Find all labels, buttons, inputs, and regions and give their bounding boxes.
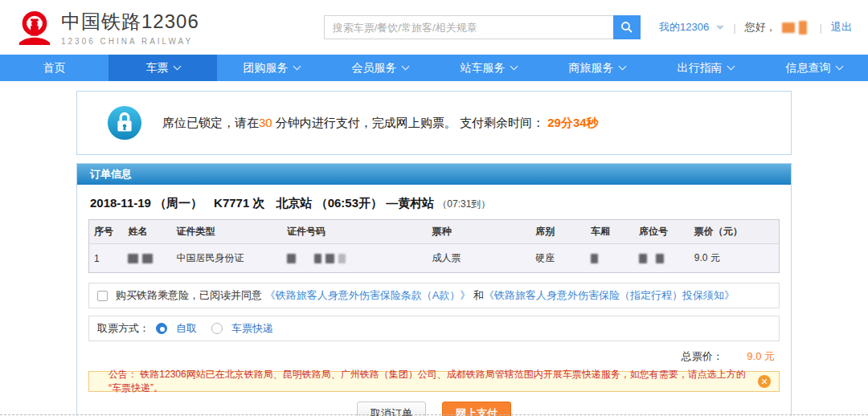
- train-number: K7771: [214, 196, 249, 210]
- search-button[interactable]: [613, 15, 641, 39]
- train-info-line: 2018-11-19 （周一）K7771 次北京站 （06:53开） —黄村站 …: [88, 193, 780, 219]
- order-section-title: 订单信息: [77, 164, 791, 185]
- order-body: 2018-11-19 （周一）K7771 次北京站 （06:53开） —黄村站 …: [77, 185, 791, 416]
- pickup-option-self[interactable]: 自取: [176, 321, 197, 336]
- divider: |: [820, 22, 822, 34]
- insurance-agreement-box: 购买铁路乘意险，已阅读并同意 《铁路旅客人身意外伤害保险条款（A款）》 和《铁路…: [88, 283, 780, 308]
- cell-seat-class: 硬座: [530, 244, 586, 273]
- bottom-dashed-divider: [0, 414, 868, 415]
- train-weekday: （周一）: [154, 196, 203, 210]
- passenger-table: 序号 姓名 证件类型 证件号码 票种 席别 车厢 席位号 票价（元） 1: [88, 219, 780, 273]
- col-seat-class: 席别: [530, 220, 586, 244]
- to-station: 黄村站: [398, 196, 434, 210]
- chevron-down-icon: [401, 63, 409, 71]
- insurance-text-before: 购买铁路乘意险，已阅读并同意: [116, 289, 265, 301]
- nav-item-member-services[interactable]: 会员服务: [326, 55, 434, 81]
- header-search: [324, 15, 641, 39]
- order-info-section: 订单信息 2018-11-19 （周一）K7771 次北京站 （06:53开） …: [76, 163, 792, 416]
- redacted-username: [782, 20, 811, 34]
- site-logo[interactable]: 中国铁路12306 12306 CHINA RAILWAY: [16, 9, 199, 46]
- china-railway-emblem-icon: [16, 9, 53, 46]
- pickup-radio-self[interactable]: [156, 323, 167, 334]
- lock-minutes: 30: [259, 116, 272, 129]
- close-icon[interactable]: ✕: [758, 375, 771, 388]
- arrive-time: （07:31到）: [437, 198, 490, 210]
- user-area: 我的12306 | 您好， | 退出: [659, 20, 852, 35]
- nav-item-business-travel[interactable]: 商旅服务: [542, 55, 651, 81]
- nav-label: 信息查询: [786, 61, 831, 75]
- chevron-down-icon: [727, 63, 735, 71]
- insurance-terms-link[interactable]: 《铁路旅客人身意外伤害保险条款（A款）》: [265, 289, 471, 301]
- col-carriage: 车厢: [586, 220, 634, 244]
- train-date: 2018-11-19: [90, 196, 151, 210]
- total-price-value: 9.0 元: [747, 350, 775, 362]
- nav-label: 首页: [43, 61, 66, 75]
- col-ticket-type: 票种: [427, 220, 530, 244]
- nav-item-group-services[interactable]: 团购服务: [217, 55, 326, 81]
- chevron-down-icon: [293, 63, 301, 71]
- nav-label: 出行指南: [678, 61, 723, 75]
- cell-seq: 1: [89, 244, 124, 273]
- announcement-banner: 公告： 铁路12306网站已在北京铁路局、昆明铁路局、广州铁路（集团）公司、成都…: [88, 371, 780, 392]
- nav-label: 站车服务: [461, 61, 506, 75]
- insurance-checkbox[interactable]: [97, 291, 108, 301]
- logout-link[interactable]: 退出: [831, 20, 852, 35]
- col-price: 票价（元）: [690, 220, 780, 244]
- top-header: 中国铁路12306 12306 CHINA RAILWAY 我的12306 | …: [0, 0, 868, 55]
- route-dash: —: [386, 196, 398, 210]
- nav-item-home[interactable]: 首页: [0, 55, 108, 81]
- announcement-prefix: 公告：: [108, 369, 137, 380]
- pickup-label: 取票方式：: [97, 321, 149, 336]
- cell-price: 9.0 元: [690, 244, 780, 273]
- page-content: 席位已锁定，请在30 分钟内进行支付，完成网上购票。 支付剩余时间： 29分34…: [76, 91, 792, 416]
- pickup-radio-express[interactable]: [211, 323, 223, 334]
- lock-icon: [106, 104, 143, 141]
- logo-subtitle: 12306 CHINA RAILWAY: [61, 37, 199, 46]
- lock-notice-text: 席位已锁定，请在30 分钟内进行支付，完成网上购票。 支付剩余时间： 29分34…: [162, 116, 599, 131]
- cell-carriage-redacted: [586, 244, 634, 273]
- my-12306-link[interactable]: 我的12306: [659, 20, 709, 35]
- table-header-row: 序号 姓名 证件类型 证件号码 票种 席别 车厢 席位号 票价（元）: [89, 220, 780, 244]
- seat-locked-notice: 席位已锁定，请在30 分钟内进行支付，完成网上购票。 支付剩余时间： 29分34…: [76, 91, 792, 155]
- nav-label: 团购服务: [244, 61, 289, 75]
- pickup-method-box: 取票方式： 自取 车票快递: [88, 316, 780, 341]
- search-input[interactable]: [324, 15, 613, 39]
- divider: |: [733, 22, 735, 34]
- insurance-text: 购买铁路乘意险，已阅读并同意 《铁路旅客人身意外伤害保险条款（A款）》 和《铁路…: [116, 288, 735, 303]
- lock-text-before: 席位已锁定，请在: [162, 116, 259, 129]
- from-station: 北京站: [276, 196, 312, 210]
- announcement-body: 铁路12306网站已在北京铁路局、昆明铁路局、广州铁路（集团）公司、成都铁路局管…: [108, 369, 746, 394]
- logo-text: 中国铁路12306 12306 CHINA RAILWAY: [61, 9, 199, 46]
- nav-label: 商旅服务: [569, 61, 614, 75]
- cell-id-number-redacted: [282, 244, 427, 273]
- logo-title: 中国铁路12306: [61, 9, 199, 35]
- table-row: 1 中国居民身份证 成人票 硬座 9.0 元: [89, 244, 780, 273]
- nav-item-tickets[interactable]: 车票: [108, 55, 217, 81]
- cell-seat-no-redacted: [634, 244, 690, 273]
- greeting-label: 您好，: [745, 20, 776, 35]
- nav-item-station-services[interactable]: 站车服务: [434, 55, 542, 81]
- payment-countdown: 29分34秒: [547, 116, 598, 129]
- cell-name-redacted: [123, 244, 171, 273]
- insurance-conjunction: 和: [470, 289, 484, 301]
- insurance-notice-link[interactable]: 《铁路旅客人身意外伤害保险（指定行程）投保须知》: [484, 289, 735, 301]
- train-suffix: 次: [252, 196, 264, 210]
- col-seq: 序号: [89, 220, 124, 244]
- col-id-number: 证件号码: [282, 220, 427, 244]
- pickup-option-express[interactable]: 车票快递: [231, 321, 273, 336]
- total-price-label: 总票价：: [682, 350, 723, 362]
- nav-label: 车票: [146, 61, 169, 75]
- col-seat-no: 席位号: [634, 220, 690, 244]
- lock-text-middle: 分钟内进行支付，完成网上购票。 支付剩余时间：: [272, 116, 544, 129]
- nav-item-travel-guide[interactable]: 出行指南: [651, 55, 760, 81]
- cell-ticket-type: 成人票: [427, 244, 530, 273]
- cell-id-type: 中国居民身份证: [172, 244, 282, 273]
- chevron-down-icon[interactable]: [716, 26, 724, 30]
- chevron-down-icon: [618, 63, 626, 71]
- chevron-down-icon: [510, 63, 518, 71]
- col-id-type: 证件类型: [172, 220, 282, 244]
- main-nav: 首页 车票 团购服务 会员服务 站车服务 商旅服务 出行指南 信息查询: [0, 55, 868, 81]
- total-price-line: 总票价： 9.0 元: [88, 341, 780, 371]
- chevron-down-icon: [173, 63, 181, 71]
- nav-item-info-query[interactable]: 信息查询: [760, 55, 868, 81]
